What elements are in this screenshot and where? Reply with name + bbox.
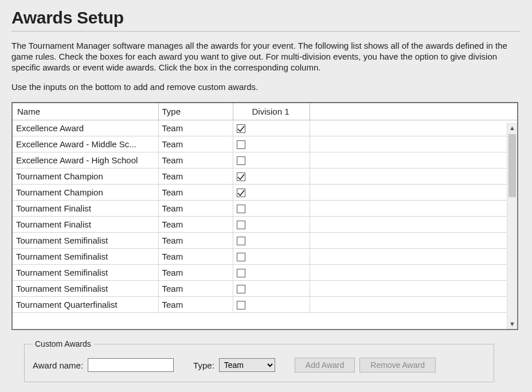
- blank-cell: [310, 297, 517, 313]
- scroll-thumb[interactable]: [508, 134, 516, 197]
- award-name-cell: Excellence Award - Middle Sc...: [13, 136, 158, 152]
- blank-cell: [310, 120, 517, 136]
- division1-checkbox[interactable]: [237, 173, 245, 181]
- award-name-cell: Tournament Champion: [13, 185, 158, 201]
- award-name-input[interactable]: [88, 358, 174, 372]
- division1-checkbox[interactable]: [237, 189, 245, 197]
- division1-cell: [233, 281, 310, 297]
- table-row[interactable]: Tournament SemifinalistTeam: [13, 249, 517, 265]
- award-name-label: Award name:: [33, 360, 83, 370]
- division1-cell: [233, 233, 310, 249]
- division1-checkbox[interactable]: [237, 156, 245, 165]
- division1-checkbox[interactable]: [237, 253, 245, 261]
- division1-cell: [233, 152, 310, 168]
- division1-cell: [233, 120, 310, 136]
- award-type-cell: Team: [158, 120, 233, 136]
- award-type-cell: Team: [158, 201, 233, 217]
- awards-table: Name Type Division 1 Excellence AwardTea…: [13, 103, 517, 313]
- blank-cell: [310, 281, 517, 297]
- col-header-blank: [310, 103, 517, 120]
- division1-checkbox[interactable]: [237, 221, 245, 229]
- division1-checkbox[interactable]: [237, 237, 245, 245]
- division1-checkbox[interactable]: [237, 269, 245, 277]
- blank-cell: [310, 217, 517, 233]
- blank-cell: [310, 168, 517, 185]
- award-name-cell: Tournament Semifinalist: [13, 249, 158, 265]
- table-row[interactable]: Excellence Award - Middle Sc...Team: [13, 136, 517, 152]
- award-name-cell: Excellence Award: [13, 120, 158, 136]
- intro-text: The Tournament Manager software manages …: [11, 41, 521, 93]
- table-header-row: Name Type Division 1: [13, 103, 517, 120]
- col-header-name[interactable]: Name: [13, 103, 158, 120]
- award-type-cell: Team: [158, 265, 233, 281]
- award-type-cell: Team: [158, 281, 233, 297]
- award-name-cell: Tournament Quarterfinalist: [13, 297, 158, 313]
- division1-checkbox[interactable]: [237, 124, 245, 133]
- table-row[interactable]: Tournament FinalistTeam: [13, 201, 517, 217]
- division1-checkbox[interactable]: [237, 205, 245, 213]
- division1-cell: [233, 185, 310, 201]
- table-row[interactable]: Tournament FinalistTeam: [13, 217, 517, 233]
- award-name-cell: Excellence Award - High School: [13, 152, 158, 168]
- blank-cell: [310, 249, 517, 265]
- intro-paragraph-2: Use the inputs on the bottom to add and …: [11, 82, 521, 93]
- award-type-cell: Team: [158, 249, 233, 265]
- award-type-label: Type:: [193, 360, 214, 370]
- table-row[interactable]: Excellence AwardTeam: [13, 120, 517, 136]
- award-type-cell: Team: [158, 152, 233, 168]
- division1-checkbox[interactable]: [237, 285, 245, 293]
- division1-checkbox[interactable]: [237, 301, 245, 309]
- award-name-cell: Tournament Semifinalist: [13, 233, 158, 249]
- awards-table-container: Name Type Division 1 Excellence AwardTea…: [11, 102, 518, 330]
- table-row[interactable]: Tournament SemifinalistTeam: [13, 265, 517, 281]
- award-type-cell: Team: [158, 136, 233, 152]
- table-row[interactable]: Tournament SemifinalistTeam: [13, 281, 517, 297]
- add-award-button[interactable]: Add Award: [295, 358, 355, 373]
- award-type-cell: Team: [158, 217, 233, 233]
- blank-cell: [310, 233, 517, 249]
- col-header-type[interactable]: Type: [158, 103, 233, 120]
- table-row[interactable]: Tournament QuarterfinalistTeam: [13, 297, 517, 313]
- division1-cell: [233, 168, 310, 185]
- blank-cell: [310, 201, 517, 217]
- table-row[interactable]: Tournament SemifinalistTeam: [13, 233, 517, 249]
- table-row[interactable]: Tournament ChampionTeam: [13, 168, 517, 185]
- intro-paragraph-1: The Tournament Manager software manages …: [11, 41, 521, 73]
- scroll-up-arrow-icon[interactable]: ▲: [507, 123, 517, 133]
- scroll-down-arrow-icon[interactable]: ▼: [507, 319, 517, 329]
- blank-cell: [310, 265, 517, 281]
- vertical-scrollbar[interactable]: ▲ ▼: [507, 123, 517, 329]
- remove-award-button[interactable]: Remove Award: [359, 358, 436, 373]
- award-type-select[interactable]: Team: [219, 358, 275, 372]
- award-name-cell: Tournament Champion: [13, 168, 158, 185]
- division1-cell: [233, 136, 310, 152]
- award-type-cell: Team: [158, 297, 233, 313]
- table-row[interactable]: Tournament ChampionTeam: [13, 185, 517, 201]
- award-type-cell: Team: [158, 185, 233, 201]
- award-type-cell: Team: [158, 168, 233, 185]
- blank-cell: [310, 185, 517, 201]
- custom-awards-legend: Custom Awards: [33, 339, 93, 348]
- division1-cell: [233, 297, 310, 313]
- blank-cell: [310, 152, 517, 168]
- division1-cell: [233, 217, 310, 233]
- award-type-cell: Team: [158, 233, 233, 249]
- division1-checkbox[interactable]: [237, 140, 245, 149]
- division1-cell: [233, 265, 310, 281]
- award-name-cell: Tournament Finalist: [13, 217, 158, 233]
- table-row[interactable]: Excellence Award - High SchoolTeam: [13, 152, 517, 168]
- page-title: Awards Setup: [11, 8, 521, 28]
- division1-cell: [233, 249, 310, 265]
- blank-cell: [310, 136, 517, 152]
- division1-cell: [233, 201, 310, 217]
- custom-awards-group: Custom Awards Award name: Type: Team Add…: [24, 339, 494, 382]
- col-header-division1[interactable]: Division 1: [233, 103, 310, 120]
- title-divider: [11, 31, 521, 32]
- award-name-cell: Tournament Finalist: [13, 201, 158, 217]
- award-name-cell: Tournament Semifinalist: [13, 281, 158, 297]
- award-name-cell: Tournament Semifinalist: [13, 265, 158, 281]
